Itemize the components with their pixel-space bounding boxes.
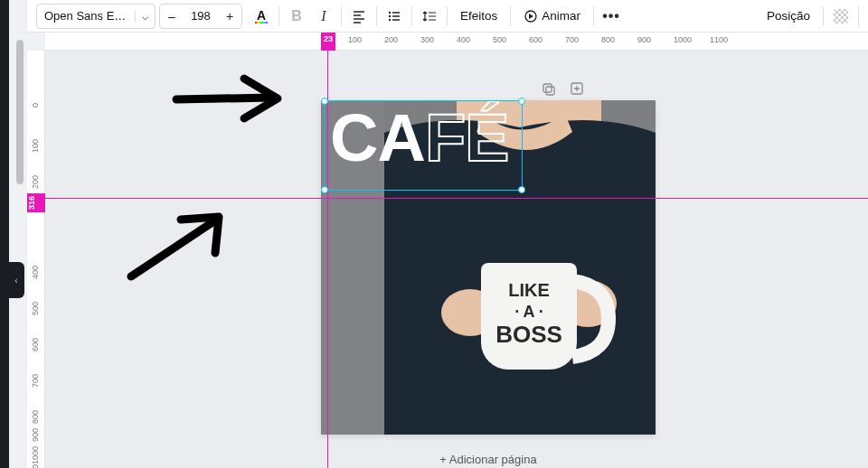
bold-button[interactable]: B — [283, 3, 310, 30]
h-ruler-tick: 900 — [637, 35, 651, 44]
v-ruler-tick: 800 — [31, 410, 40, 424]
h-ruler-tick: 100 — [348, 35, 362, 44]
svg-point-4 — [389, 18, 391, 20]
canvas-stage[interactable]: LIKE · A · BOSS CAFÉ + Adicionar página — [45, 51, 868, 468]
svg-rect-10 — [543, 84, 552, 92]
v-ruler-tick: 200 — [31, 175, 40, 189]
toolbar-separator — [858, 6, 859, 26]
more-button[interactable]: ••• — [598, 3, 625, 30]
font-family-select[interactable]: Open Sans Extra ... ⌵ — [36, 4, 156, 29]
scrollbar-track — [16, 36, 24, 459]
scrollbar-thumb[interactable] — [16, 40, 24, 184]
v-ruler-tick: 100 — [31, 139, 40, 153]
h-ruler-tick: 600 — [529, 35, 542, 44]
font-size-group: – 198 + — [159, 4, 242, 29]
svg-rect-11 — [546, 87, 554, 95]
h-ruler-tick: 400 — [457, 35, 470, 44]
h-ruler-marker: 23 — [321, 33, 335, 51]
h-ruler-tick: 300 — [420, 35, 434, 44]
v-ruler-tick: 900 — [31, 428, 40, 442]
svg-point-3 — [389, 14, 391, 16]
v-ruler-tick: 400 — [31, 266, 40, 279]
svg-point-2 — [389, 11, 391, 13]
v-ruler-marker: 316 — [27, 193, 45, 212]
h-ruler-tick: 500 — [493, 35, 506, 44]
toolbar-separator — [411, 6, 412, 26]
resize-handle-tl[interactable] — [321, 98, 328, 105]
text-align-button[interactable] — [345, 3, 373, 30]
transparency-button[interactable] — [827, 3, 854, 30]
v-ruler-tick: 600 — [31, 338, 40, 351]
animate-label: Animar — [542, 9, 580, 23]
h-ruler-tick: 700 — [565, 35, 579, 44]
text-toolbar: Open Sans Extra ... ⌵ – 198 + A B I Efei… — [27, 0, 868, 33]
font-size-decrease-button[interactable]: – — [160, 5, 184, 28]
toolbar-separator — [510, 6, 511, 26]
vertical-ruler[interactable]: 316 010020040050060070080090010001100 — [27, 51, 45, 468]
resize-handle-tr[interactable] — [518, 98, 525, 105]
svg-rect-9 — [834, 9, 848, 23]
v-ruler-tick: 500 — [31, 302, 40, 315]
v-ruler-tick: 1100 — [31, 464, 40, 468]
page-tools — [537, 78, 588, 99]
v-ruler-tick: 1000 — [31, 446, 40, 464]
design-page[interactable]: LIKE · A · BOSS CAFÉ — [321, 100, 656, 435]
resize-handle-br[interactable] — [518, 186, 525, 193]
italic-button[interactable]: I — [310, 3, 337, 30]
svg-rect-1 — [255, 22, 268, 23]
h-ruler-tick: 200 — [384, 35, 398, 44]
svg-text:A: A — [257, 8, 266, 23]
list-button[interactable] — [381, 3, 408, 30]
position-button[interactable]: Posição — [758, 9, 819, 23]
duplicate-page-icon[interactable] — [537, 78, 559, 99]
toolbar-separator — [823, 6, 824, 26]
mug-text-line2: · A · — [514, 303, 543, 321]
h-ruler-tick: 800 — [601, 35, 615, 44]
toolbar-separator — [376, 6, 377, 26]
animate-button[interactable]: Animar — [514, 9, 590, 23]
toolbar-separator — [593, 6, 594, 26]
v-ruler-tick: 700 — [31, 374, 40, 388]
text-color-button[interactable]: A — [248, 3, 275, 30]
spacing-button[interactable] — [416, 3, 443, 30]
chevron-down-icon[interactable]: ⌵ — [135, 10, 155, 23]
toolbar-separator — [447, 6, 448, 26]
h-ruler-tick: 1100 — [710, 35, 728, 44]
selection-box[interactable] — [324, 100, 523, 191]
side-panel-rail — [0, 0, 9, 468]
toolbar-separator — [341, 6, 342, 26]
toolbar-separator — [278, 6, 279, 26]
mug-text-line3: BOSS — [495, 321, 562, 348]
add-page-icon[interactable] — [566, 78, 588, 99]
mug-text-line1: LIKE — [508, 280, 550, 300]
font-size-increase-button[interactable]: + — [218, 5, 241, 28]
resize-handle-bl[interactable] — [321, 186, 328, 193]
v-ruler-tick: 0 — [31, 103, 40, 108]
font-family-name: Open Sans Extra ... — [37, 9, 135, 23]
h-ruler-tick: 1000 — [674, 35, 692, 44]
horizontal-ruler[interactable]: 23 10020030040050060070080090010001100 — [45, 33, 868, 51]
font-size-value[interactable]: 198 — [184, 9, 218, 23]
effects-button[interactable]: Efeitos — [451, 9, 506, 23]
add-page-button[interactable]: + Adicionar página — [321, 453, 656, 466]
